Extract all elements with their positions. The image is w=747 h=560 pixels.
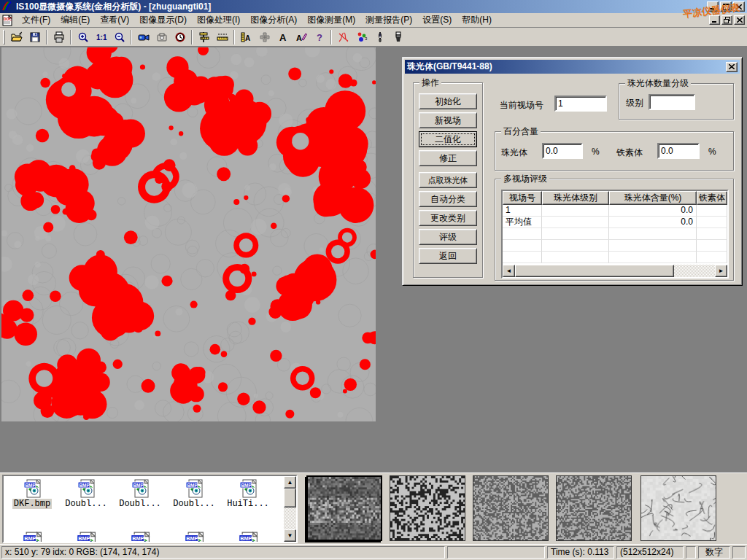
minimize-button[interactable] xyxy=(707,1,719,12)
scroll-down-icon[interactable]: ▼ xyxy=(284,529,296,542)
file-item[interactable]: BMP xyxy=(113,532,167,543)
file-item[interactable]: BMP xyxy=(5,532,59,543)
menu-item-8[interactable]: 测量报告(P) xyxy=(360,12,417,28)
menu-item-2[interactable]: 编辑(E) xyxy=(55,12,95,28)
menu-item-5[interactable]: 图像处理(I) xyxy=(192,12,245,28)
mdi-minimize-button[interactable] xyxy=(709,15,720,25)
merge-button[interactable] xyxy=(255,28,274,45)
op-button-9[interactable]: 返回 xyxy=(419,248,477,264)
scrollbar-track[interactable] xyxy=(674,265,715,277)
measure-text-button[interactable]: A xyxy=(237,28,255,45)
op-button-2[interactable]: 新视场 xyxy=(419,112,477,128)
rating-table[interactable]: 视场号珠光体级别珠光体含量(%)铁素体 10.0平均值0.0 ◄ ► xyxy=(501,190,729,279)
op-button-1[interactable]: 初始化 xyxy=(419,93,477,109)
file-item[interactable]: BMP xyxy=(221,532,275,543)
scroll-right-icon[interactable]: ► xyxy=(715,265,727,277)
op-button-8[interactable]: 评级 xyxy=(419,229,477,245)
dialog-title-bar[interactable]: 珠光体(GB/T9441-88) xyxy=(405,60,740,74)
mode-status: 数字 xyxy=(698,546,730,559)
open-button[interactable] xyxy=(7,28,26,45)
file-item[interactable]: BMPDoubl... xyxy=(113,479,167,509)
op-button-5[interactable]: 点取珠光体 xyxy=(419,172,477,188)
curve-button[interactable] xyxy=(334,28,352,45)
file-item[interactable]: BMPHuiTi... xyxy=(221,479,275,509)
camera-button[interactable] xyxy=(152,28,171,45)
table-row[interactable]: 平均值0.0 xyxy=(503,217,727,228)
toolbar-grip[interactable] xyxy=(3,30,5,44)
table-row[interactable]: 10.0 xyxy=(503,205,727,217)
brush-button[interactable] xyxy=(389,28,407,45)
menu-item-7[interactable]: 图像测量(M) xyxy=(302,12,360,28)
save-button[interactable] xyxy=(26,28,44,45)
rating-column-header[interactable]: 珠光体级别 xyxy=(542,191,609,205)
close-button[interactable] xyxy=(733,1,745,12)
file-item[interactable]: BMPDoubl... xyxy=(59,479,113,509)
scroll-up-icon[interactable]: ▲ xyxy=(284,476,296,489)
zoom-in-button[interactable] xyxy=(74,28,92,45)
rating-table-hscrollbar[interactable]: ◄ ► xyxy=(503,265,727,277)
menu-item-1[interactable]: 文件(F) xyxy=(17,12,55,28)
file-browser-vscrollbar[interactable]: ▲ ▼ xyxy=(284,476,296,542)
scrollbar-thumb[interactable] xyxy=(284,489,296,508)
table-row[interactable] xyxy=(503,240,727,252)
thumbnail-dark-banded[interactable] xyxy=(306,475,382,541)
menu-item-4[interactable]: 图像显示(D) xyxy=(134,12,192,28)
bmp-file-icon: BMP xyxy=(237,479,259,499)
scroll-left-icon[interactable]: ◄ xyxy=(503,265,515,277)
pearlite-percent-input[interactable]: 0.0 xyxy=(542,143,583,159)
current-field-input[interactable]: 1 xyxy=(554,96,607,112)
file-name: DKF.bmp xyxy=(12,499,52,509)
table-row[interactable] xyxy=(503,228,727,240)
scrollbar-thumb[interactable] xyxy=(515,265,674,277)
mdi-close-button[interactable] xyxy=(734,15,745,25)
annotate-button[interactable]: A xyxy=(292,28,310,45)
video-camera-button[interactable] xyxy=(134,28,152,45)
rating-column-header[interactable]: 铁素体 xyxy=(697,191,727,205)
level-input[interactable] xyxy=(649,94,695,110)
help-button[interactable]: ? xyxy=(310,28,328,45)
thumbnail-high-contrast[interactable] xyxy=(390,475,465,541)
svg-text:BMP: BMP xyxy=(132,535,144,542)
rating-column-header[interactable]: 珠光体含量(%) xyxy=(609,191,697,205)
file-item[interactable]: BMP xyxy=(59,532,113,543)
bmp-file-icon: BMP xyxy=(129,479,151,499)
bmp-file-icon: BMP xyxy=(237,532,259,543)
table-row[interactable] xyxy=(503,252,727,263)
thumbnail-graphite-flakes[interactable] xyxy=(640,475,716,541)
maximize-button[interactable] xyxy=(720,1,732,12)
ruler-button[interactable] xyxy=(213,28,231,45)
table-cell: 1 xyxy=(503,205,542,217)
thumbnail-speckle-1[interactable] xyxy=(473,475,549,541)
menu-bar: DOC 文件(F)编辑(E)查看(V)图像显示(D)图像处理(I)图像分析(A)… xyxy=(0,13,747,28)
mdi-restore-button[interactable] xyxy=(721,15,732,25)
close-icon xyxy=(729,64,735,69)
file-item[interactable]: BMPDoubl... xyxy=(167,479,221,509)
op-button-6[interactable]: 自动分类 xyxy=(419,191,477,207)
file-item[interactable]: BMP xyxy=(167,532,221,543)
op-button-7[interactable]: 更改类别 xyxy=(419,210,477,226)
document-icon[interactable]: DOC xyxy=(2,15,14,26)
op-button-3[interactable]: 二值化 xyxy=(419,131,477,147)
menu-item-3[interactable]: 查看(V) xyxy=(95,12,134,28)
thumbnail-speckle-2[interactable] xyxy=(556,475,632,541)
print-button[interactable] xyxy=(50,28,68,45)
table-cell: 0.0 xyxy=(609,205,697,217)
ferrite-percent-input[interactable]: 0.0 xyxy=(657,143,700,159)
dialog-close-button[interactable] xyxy=(726,62,738,72)
menu-item-9[interactable]: 设置(S) xyxy=(417,12,457,28)
pen-button[interactable] xyxy=(371,28,389,45)
file-item[interactable]: BMPDKF.bmp xyxy=(5,479,59,509)
zoom-out-button[interactable] xyxy=(110,28,128,45)
clock-button[interactable] xyxy=(171,28,189,45)
actual-size-button[interactable]: 1:1 xyxy=(92,28,110,45)
menu-item-6[interactable]: 图像分析(A) xyxy=(245,12,302,28)
metallographic-image[interactable] xyxy=(1,47,376,421)
caliper-button[interactable] xyxy=(195,28,213,45)
text-button[interactable]: A xyxy=(274,28,292,45)
svg-text:1:1: 1:1 xyxy=(96,34,107,42)
op-button-4[interactable]: 修正 xyxy=(419,150,477,166)
bmp-file-icon: BMP xyxy=(21,532,43,543)
rating-column-header[interactable]: 视场号 xyxy=(503,191,542,205)
menu-item-10[interactable]: 帮助(H) xyxy=(457,12,497,28)
classify-points-button[interactable]: 3 xyxy=(352,28,371,45)
